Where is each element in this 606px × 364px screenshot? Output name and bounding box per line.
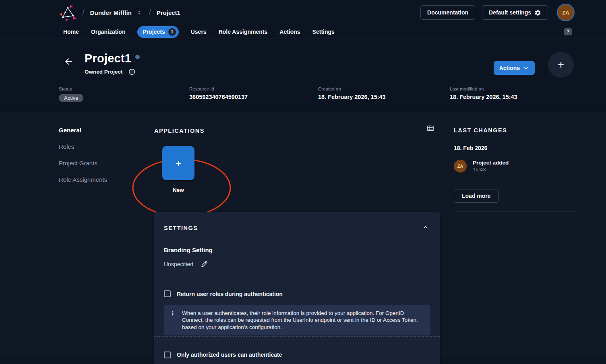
branding-setting-label: Branding Setting	[164, 247, 430, 253]
arrow-left-icon	[64, 57, 73, 66]
created-on-label: Created on	[318, 86, 450, 91]
project-avatar-dot	[135, 55, 140, 59]
new-application-card: + New	[162, 146, 194, 193]
authorized-users-label: Only authorized users can authenticate	[177, 352, 282, 358]
tab-organization[interactable]: Organization	[91, 29, 126, 35]
new-application-button[interactable]: +	[162, 146, 194, 180]
panel-divider	[454, 212, 575, 212]
authorized-users-checkbox-row[interactable]: Only authorized users can authenticate	[164, 352, 430, 358]
last-modified-value: 18. February 2026, 15:43	[450, 94, 574, 100]
project-header: Project1 Owned Project Actions + Status	[0, 39, 606, 112]
add-button[interactable]: +	[548, 52, 574, 78]
breadcrumb-separator: /	[82, 8, 85, 17]
tab-actions[interactable]: Actions	[279, 29, 300, 35]
top-bar: / Dunder Mifflin / Project1 Documentatio…	[0, 0, 606, 25]
load-more-button[interactable]: Load more	[454, 189, 499, 203]
event-time: 15:43	[473, 167, 509, 173]
main-column: APPLICATIONS + New SETTINGS	[154, 124, 440, 214]
breadcrumb-separator: /	[149, 8, 151, 17]
status-label: Status	[59, 86, 189, 91]
last-modified-label: Last modified on	[450, 86, 574, 91]
branding-setting-value: Unspecified	[164, 261, 193, 267]
page-title: Project1	[85, 52, 131, 65]
return-roles-label: Return user roles during authentication	[177, 291, 283, 297]
event-action: Project added	[473, 160, 509, 166]
created-on-value: 18. February 2026, 15:43	[318, 94, 450, 100]
projects-count-badge: 1	[168, 28, 176, 36]
org-switcher-button[interactable]	[136, 9, 143, 16]
status-badge: Active	[59, 94, 83, 102]
last-changes-panel: LAST CHANGES 18. Feb 2026 ZA Project add…	[454, 127, 575, 212]
return-roles-checkbox[interactable]	[164, 290, 171, 297]
project-side-nav: General Roles Project Grants Role Assign…	[59, 127, 107, 193]
event-avatar: ZA	[454, 160, 467, 173]
roles-info-box: When a user authenticates, their role in…	[164, 305, 430, 335]
zitadel-logo-icon[interactable]	[59, 3, 77, 22]
applications-grid: + New	[154, 146, 440, 214]
user-avatar[interactable]: ZA	[557, 4, 575, 21]
zitadel-console: / Dunder Mifflin / Project1 Documentatio…	[0, 0, 606, 364]
sidebar-item-general[interactable]: General	[59, 127, 107, 134]
tab-projects[interactable]: Projects 1	[137, 26, 178, 38]
roles-info-text: When a user authenticates, their role in…	[182, 310, 418, 330]
last-changes-title: LAST CHANGES	[454, 127, 575, 134]
documentation-button[interactable]: Documentation	[420, 5, 475, 20]
sidebar-item-project-grants[interactable]: Project Grants	[59, 160, 107, 167]
default-settings-button[interactable]: Default settings	[482, 5, 548, 20]
tab-users[interactable]: Users	[191, 29, 207, 35]
sidebar-item-roles[interactable]: Roles	[59, 144, 107, 150]
settings-card: SETTINGS Branding Setting Unspecified Re…	[154, 212, 440, 364]
gear-icon	[534, 9, 541, 16]
edit-branding-button[interactable]	[201, 260, 208, 268]
breadcrumb-project[interactable]: Project1	[157, 9, 180, 16]
pencil-icon	[201, 260, 208, 268]
change-event: ZA Project added 15:43	[454, 160, 575, 173]
tab-home[interactable]: Home	[63, 29, 79, 35]
chevron-up-icon	[422, 224, 429, 230]
info-icon[interactable]	[128, 68, 135, 75]
collapse-settings-button[interactable]	[421, 224, 430, 232]
authorized-users-checkbox[interactable]	[164, 352, 171, 358]
topbar-actions: Documentation Default settings ZA	[420, 4, 575, 21]
info-icon	[170, 311, 176, 316]
resource-id-value: 360592340764590137	[189, 94, 318, 100]
new-application-label: New	[162, 187, 194, 193]
help-button[interactable]: ?	[564, 28, 572, 35]
applications-title: APPLICATIONS	[154, 128, 205, 134]
main-nav: Home Organization Projects 1 Users Role …	[0, 25, 606, 39]
list-view-toggle-button[interactable]	[426, 124, 434, 134]
org-selector-label[interactable]: Dunder Mifflin	[90, 9, 132, 16]
chevron-down-icon	[523, 65, 529, 71]
project-meta: Status Active Resource Id 36059234076459…	[0, 78, 606, 102]
tab-settings[interactable]: Settings	[312, 29, 335, 35]
tab-role-assignments[interactable]: Role Assignments	[219, 29, 268, 35]
content-area: General Roles Project Grants Role Assign…	[0, 112, 606, 357]
return-roles-checkbox-row[interactable]: Return user roles during authentication	[164, 290, 430, 297]
back-button[interactable]	[64, 57, 73, 68]
unfold-more-icon	[136, 9, 143, 16]
card-divider	[164, 279, 430, 279]
table-view-icon	[426, 124, 434, 132]
sidebar-item-role-assignments[interactable]: Role Assignments	[59, 177, 107, 183]
actions-dropdown-button[interactable]: Actions	[494, 61, 535, 75]
resource-id-label: Resource Id	[189, 86, 318, 91]
changes-date: 18. Feb 2026	[454, 145, 575, 151]
dotted-divider	[154, 336, 440, 337]
settings-title: SETTINGS	[164, 225, 198, 231]
project-type-label: Owned Project	[85, 69, 123, 75]
